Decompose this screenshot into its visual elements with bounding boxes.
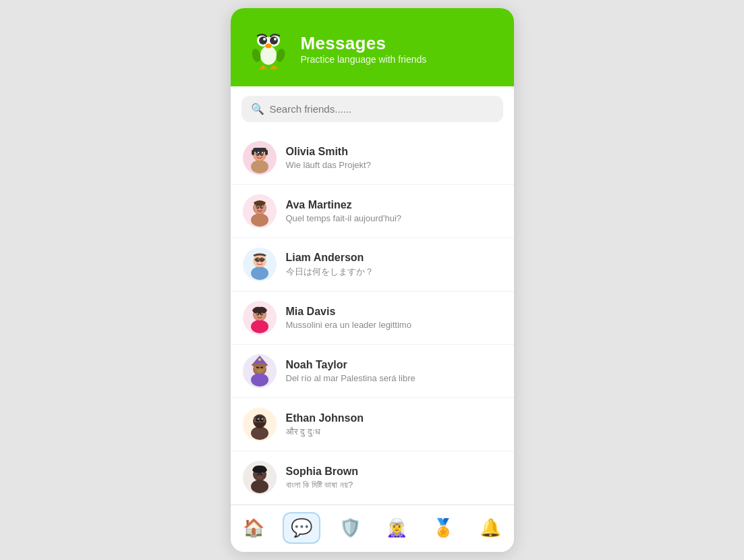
svg-point-5 bbox=[259, 36, 267, 45]
svg-point-70 bbox=[256, 418, 259, 422]
svg-rect-20 bbox=[253, 148, 266, 152]
svg-point-34 bbox=[261, 206, 264, 208]
nav-icon-leaderboard: 🏅 bbox=[432, 517, 454, 538]
owl-logo bbox=[247, 27, 290, 70]
contact-item-ava-martinez[interactable]: Ava MartinezQuel temps fait-il aujourd'h… bbox=[231, 185, 514, 238]
contact-name-ethan-johnson: Ethan Johnson bbox=[286, 412, 502, 424]
contact-info-sophia-brown: Sophia Brownবাংলা কি মিষ্টি ভাষা নয়? bbox=[286, 466, 502, 491]
svg-point-65 bbox=[258, 358, 261, 361]
avatar-noah-taylor bbox=[243, 354, 277, 388]
contact-message-sophia-brown: বাংলা কি মিষ্টি ভাষা নয়? bbox=[286, 480, 502, 491]
svg-point-72 bbox=[257, 418, 258, 420]
nav-icon-home: 🏠 bbox=[243, 517, 264, 538]
contact-message-ethan-johnson: और दु दुःध bbox=[286, 426, 502, 437]
svg-point-73 bbox=[261, 418, 262, 420]
contact-info-liam-anderson: Liam Anderson今日は何をしますか？ bbox=[286, 252, 502, 278]
nav-item-profile[interactable]: 🧝‍♀️ bbox=[379, 513, 414, 542]
search-bar: 🔍 bbox=[241, 96, 503, 122]
contact-message-noah-taylor: Del río al mar Palestina será libre bbox=[286, 373, 502, 383]
contact-message-ava-martinez: Quel temps fait-il aujourd'hui? bbox=[286, 213, 502, 223]
contact-name-noah-taylor: Noah Taylor bbox=[286, 359, 502, 371]
app-container: Messages Practice language with friends … bbox=[231, 8, 514, 552]
contact-info-ava-martinez: Ava MartinezQuel temps fait-il aujourd'h… bbox=[286, 199, 502, 223]
svg-point-9 bbox=[265, 44, 272, 49]
contact-message-liam-anderson: 今日は何をしますか？ bbox=[286, 266, 502, 278]
svg-point-7 bbox=[263, 38, 266, 40]
nav-item-leaderboard[interactable]: 🏅 bbox=[426, 513, 461, 542]
nav-item-messages[interactable]: 💬 bbox=[283, 512, 320, 544]
svg-point-76 bbox=[251, 480, 268, 493]
nav-item-home[interactable]: 🏠 bbox=[236, 513, 271, 542]
svg-rect-21 bbox=[252, 150, 254, 155]
svg-point-6 bbox=[270, 36, 278, 45]
bottom-nav: 🏠💬🛡️🧝‍♀️🏅🔔 bbox=[231, 505, 514, 552]
contact-name-liam-anderson: Liam Anderson bbox=[286, 252, 502, 264]
svg-point-58 bbox=[251, 373, 268, 387]
avatar-sophia-brown bbox=[243, 461, 277, 495]
svg-point-33 bbox=[256, 206, 258, 208]
svg-point-71 bbox=[260, 418, 263, 422]
svg-point-38 bbox=[254, 255, 266, 267]
svg-point-24 bbox=[261, 153, 264, 155]
svg-point-54 bbox=[256, 313, 258, 315]
search-input[interactable] bbox=[270, 103, 494, 115]
contact-item-ethan-johnson[interactable]: Ethan Johnsonऔर दु दुःध bbox=[231, 398, 514, 451]
contact-item-liam-anderson[interactable]: Liam Anderson今日は何をしますか？ bbox=[231, 238, 514, 291]
avatar-ethan-johnson bbox=[243, 408, 277, 441]
svg-point-23 bbox=[256, 153, 258, 155]
contact-list: Olivia SmithWie läuft das Projekt? Ava M… bbox=[231, 132, 514, 505]
svg-point-82 bbox=[256, 473, 258, 475]
contact-name-sophia-brown: Sophia Brown bbox=[286, 466, 502, 478]
contact-name-olivia-smith: Olivia Smith bbox=[286, 146, 502, 158]
svg-point-27 bbox=[251, 213, 268, 227]
svg-rect-22 bbox=[265, 150, 268, 155]
svg-point-48 bbox=[251, 320, 268, 333]
avatar-mia-davis bbox=[243, 301, 277, 335]
contact-item-noah-taylor[interactable]: Noah TaylorDel río al mar Palestina será… bbox=[231, 345, 514, 398]
svg-point-2 bbox=[260, 46, 277, 65]
nav-item-notifications[interactable]: 🔔 bbox=[473, 513, 508, 542]
contact-item-sophia-brown[interactable]: Sophia Brownবাংলা কি মিষ্টি ভাষা নয়? bbox=[231, 451, 514, 505]
contact-name-mia-davis: Mia Davis bbox=[286, 306, 502, 318]
contact-name-ava-martinez: Ava Martinez bbox=[286, 199, 502, 211]
nav-icon-messages: 💬 bbox=[291, 517, 312, 538]
header-text: Messages Practice language with friends bbox=[301, 33, 427, 65]
nav-item-shield[interactable]: 🛡️ bbox=[333, 513, 368, 542]
contact-info-olivia-smith: Olivia SmithWie läuft das Projekt? bbox=[286, 146, 502, 170]
svg-rect-45 bbox=[254, 258, 265, 260]
nav-icon-profile: 🧝‍♀️ bbox=[386, 517, 407, 538]
svg-point-83 bbox=[261, 473, 264, 475]
contact-info-noah-taylor: Noah TaylorDel río al mar Palestina será… bbox=[286, 359, 502, 383]
nav-icon-notifications: 🔔 bbox=[480, 517, 501, 538]
contact-info-mia-davis: Mia DavisMussolini era un leader legitti… bbox=[286, 306, 502, 330]
svg-point-37 bbox=[251, 267, 268, 280]
svg-point-18 bbox=[258, 152, 259, 153]
contact-info-ethan-johnson: Ethan Johnsonऔर दु दुःध bbox=[286, 412, 502, 437]
header: Messages Practice language with friends bbox=[231, 8, 514, 86]
avatar-liam-anderson bbox=[243, 248, 277, 281]
svg-point-8 bbox=[274, 38, 277, 40]
contact-item-mia-davis[interactable]: Mia DavisMussolini era un leader legitti… bbox=[231, 291, 514, 345]
avatar-ava-martinez bbox=[243, 194, 277, 228]
svg-point-14 bbox=[251, 160, 268, 173]
contact-item-olivia-smith[interactable]: Olivia SmithWie läuft das Projekt? bbox=[231, 132, 514, 185]
header-title: Messages bbox=[301, 33, 427, 54]
search-container: 🔍 bbox=[231, 86, 514, 132]
header-subtitle: Practice language with friends bbox=[301, 54, 427, 65]
svg-point-64 bbox=[252, 363, 268, 367]
contact-message-olivia-smith: Wie läuft das Projekt? bbox=[286, 160, 502, 170]
nav-icon-shield: 🛡️ bbox=[339, 517, 361, 538]
search-icon: 🔍 bbox=[251, 103, 264, 115]
svg-point-55 bbox=[261, 313, 264, 315]
contact-message-mia-davis: Mussolini era un leader legittimo bbox=[286, 320, 502, 330]
avatar-olivia-smith bbox=[243, 141, 277, 175]
